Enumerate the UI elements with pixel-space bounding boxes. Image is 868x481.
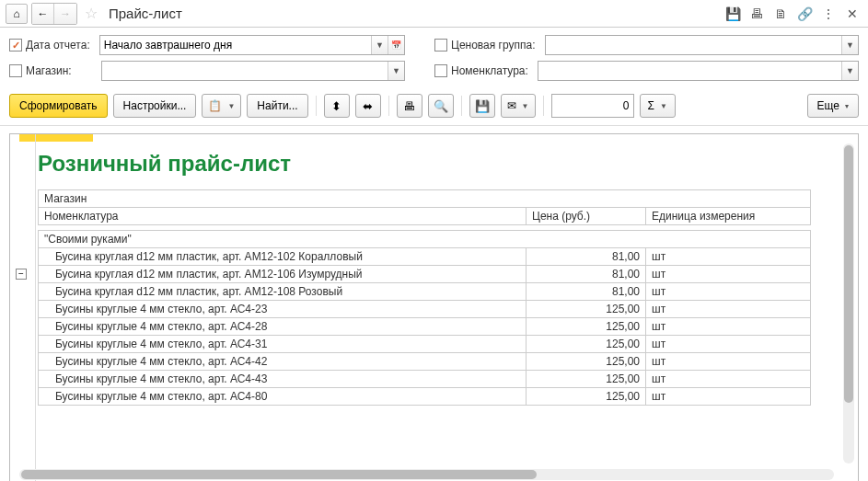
cell-name: Бусина круглая d12 мм пластик, арт. АМ12…	[39, 266, 527, 283]
copy-settings-button[interactable]: 📋▼	[202, 94, 241, 118]
cell-unit: шт	[646, 371, 811, 388]
back-button[interactable]: ←	[32, 4, 54, 24]
sigma-button[interactable]: Σ▼	[640, 94, 676, 118]
more-button[interactable]: Еще▾	[807, 94, 859, 118]
cell-unit: шт	[646, 318, 811, 336]
forward-button[interactable]: →	[54, 4, 76, 24]
report-date-label: Дата отчета:	[26, 39, 90, 52]
calendar-icon[interactable]: 📅	[388, 36, 404, 54]
cell-name: Бусина круглая d12 мм пластик, арт. АМ12…	[39, 248, 527, 266]
price-group-dropdown-icon[interactable]: ▼	[841, 36, 858, 54]
collapse-all-icon[interactable]: ⬌	[355, 94, 381, 118]
table-row[interactable]: Бусины круглые 4 мм стекло, арт. АС4-231…	[39, 301, 811, 318]
nomenclature-checkbox[interactable]	[434, 64, 447, 77]
report-area: − Розничный прайс-лист Магазин Номенклат…	[9, 133, 859, 481]
outline-gutter: −	[10, 134, 36, 481]
cell-name: Бусины круглые 4 мм стекло, арт. АС4-31	[39, 336, 527, 353]
table-row[interactable]: Бусины круглые 4 мм стекло, арт. АС4-801…	[39, 388, 811, 406]
cell-unit: шт	[646, 301, 811, 318]
cell-price: 125,00	[527, 371, 646, 388]
more-icon[interactable]: ⋮	[818, 4, 839, 24]
cell-name: Бусины круглые 4 мм стекло, арт. АС4-43	[39, 371, 527, 388]
cell-unit: шт	[646, 283, 811, 301]
table-row[interactable]: Бусины круглые 4 мм стекло, арт. АС4-281…	[39, 318, 811, 336]
cell-price: 125,00	[527, 353, 646, 371]
header-columns-row: Номенклатура Цена (руб.) Единица измерен…	[39, 208, 811, 225]
print-button[interactable]: 🖶	[397, 94, 422, 118]
table-row[interactable]: Бусины круглые 4 мм стекло, арт. АС4-311…	[39, 336, 811, 353]
report-date-dropdown-icon[interactable]: ▼	[371, 36, 388, 54]
preview-icon[interactable]: 🗎	[770, 4, 791, 24]
table-row[interactable]: Бусины круглые 4 мм стекло, арт. АС4-421…	[39, 353, 811, 371]
nomenclature-label: Номенклатура:	[451, 64, 528, 77]
table-row[interactable]: Бусина круглая d12 мм пластик, арт. АМ12…	[39, 248, 811, 266]
print-preview-button[interactable]: 🔍	[428, 94, 454, 118]
group-name[interactable]: "Своими руками"	[39, 231, 811, 248]
settings-button[interactable]: Настройки...	[113, 94, 197, 118]
print-icon[interactable]: 🖶	[746, 4, 767, 24]
table-row[interactable]: Бусина круглая d12 мм пластик, арт. АМ12…	[39, 283, 811, 301]
cell-price: 125,00	[527, 301, 646, 318]
email-button[interactable]: ✉▼	[501, 94, 536, 118]
header-store: Магазин	[39, 190, 811, 208]
filter-panel: Дата отчета: ▼ 📅 Ценовая группа: ▼ Магаз…	[0, 28, 868, 90]
group-row: "Своими руками"	[39, 231, 811, 248]
nomenclature-dropdown-icon[interactable]: ▼	[841, 62, 858, 80]
nomenclature-field[interactable]: ▼	[538, 61, 859, 81]
cell-unit: шт	[646, 388, 811, 406]
cell-name: Бусина круглая d12 мм пластик, арт. АМ12…	[39, 283, 527, 301]
price-group-field[interactable]: ▼	[545, 35, 859, 55]
cell-name: Бусины круглые 4 мм стекло, арт. АС4-80	[39, 388, 527, 406]
cell-unit: шт	[646, 266, 811, 283]
cell-unit: шт	[646, 353, 811, 371]
cell-price: 81,00	[527, 248, 646, 266]
find-button[interactable]: Найти...	[247, 94, 307, 118]
header-store-row: Магазин	[39, 190, 811, 208]
link-icon[interactable]: 🔗	[794, 4, 815, 24]
titlebar: ⌂ ← → ☆ Прайс-лист 💾 🖶 🗎 🔗 ⋮ ✕	[0, 0, 868, 28]
price-group-label: Ценовая группа:	[451, 39, 536, 52]
close-icon[interactable]: ✕	[842, 4, 862, 24]
store-dropdown-icon[interactable]: ▼	[388, 62, 404, 80]
nomenclature-input[interactable]	[538, 62, 841, 80]
cell-name: Бусины круглые 4 мм стекло, арт. АС4-28	[39, 318, 527, 336]
report-table: Магазин Номенклатура Цена (руб.) Единица…	[38, 189, 811, 406]
cell-price: 81,00	[527, 266, 646, 283]
table-row[interactable]: Бусина круглая d12 мм пластик, арт. АМ12…	[39, 266, 811, 283]
home-button[interactable]: ⌂	[6, 4, 28, 24]
generate-button[interactable]: Сформировать	[9, 94, 108, 118]
cell-unit: шт	[646, 336, 811, 353]
vertical-scrollbar[interactable]	[843, 143, 854, 464]
header-price: Цена (руб.)	[527, 208, 646, 225]
cell-name: Бусины круглые 4 мм стекло, арт. АС4-23	[39, 301, 527, 318]
favorite-star-icon[interactable]: ☆	[85, 5, 98, 22]
page-title: Прайс-лист	[109, 6, 182, 21]
report-date-input[interactable]	[100, 36, 371, 54]
save-report-button[interactable]: 💾	[469, 94, 495, 118]
report-title: Розничный прайс-лист	[38, 151, 830, 177]
cell-name: Бусины круглые 4 мм стекло, арт. АС4-42	[39, 353, 527, 371]
store-label: Магазин:	[26, 64, 72, 77]
nav-group: ← →	[31, 3, 77, 25]
store-input[interactable]	[102, 62, 388, 80]
horizontal-scrollbar[interactable]	[19, 469, 834, 480]
expand-all-icon[interactable]: ⬍	[324, 94, 350, 118]
cell-unit: шт	[646, 248, 811, 266]
report-date-field[interactable]: ▼ 📅	[99, 35, 405, 55]
header-nomenclature: Номенклатура	[39, 208, 527, 225]
report-date-checkbox[interactable]	[9, 39, 22, 52]
save-icon[interactable]: 💾	[723, 4, 743, 24]
store-checkbox[interactable]	[9, 64, 22, 77]
store-field[interactable]: ▼	[101, 61, 405, 81]
header-unit: Единица измерения	[646, 208, 811, 225]
price-group-input[interactable]	[546, 36, 841, 54]
cell-price: 125,00	[527, 336, 646, 353]
toolbar: Сформировать Настройки... 📋▼ Найти... ⬍ …	[0, 90, 868, 126]
cell-price: 125,00	[527, 318, 646, 336]
cell-price: 81,00	[527, 283, 646, 301]
table-row[interactable]: Бусины круглые 4 мм стекло, арт. АС4-431…	[39, 371, 811, 388]
cell-price: 125,00	[527, 388, 646, 406]
group-collapse-icon[interactable]: −	[16, 269, 27, 280]
number-input[interactable]	[551, 94, 634, 118]
price-group-checkbox[interactable]	[434, 39, 447, 52]
